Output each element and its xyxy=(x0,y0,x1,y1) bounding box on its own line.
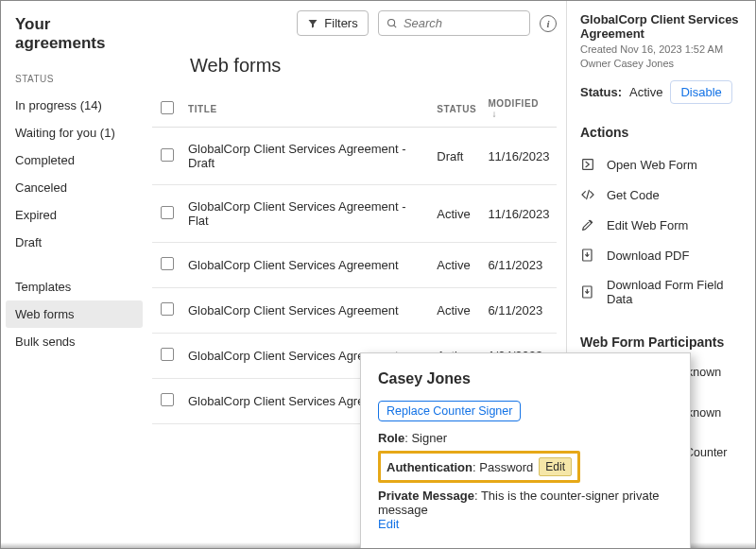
action-label: Download PDF xyxy=(607,249,689,263)
auth-label: Authentication xyxy=(387,460,472,474)
row-title: GlobalCorp Client Services Agreement xyxy=(182,288,431,334)
row-checkbox[interactable] xyxy=(161,348,174,361)
main-content: Filters i Web forms TITLE STATUS MODIFIE… xyxy=(143,1,566,548)
row-checkbox[interactable] xyxy=(161,148,174,162)
sidebar: Your agreements STATUS In progress (14)W… xyxy=(1,1,143,548)
row-title: GlobalCorp Client Services Agreement xyxy=(182,243,431,288)
row-modified: 6/11/2023 xyxy=(482,288,557,334)
pm-label: Private Message xyxy=(378,489,474,503)
action-item[interactable]: Edit Web Form xyxy=(580,210,746,240)
auth-value: Password xyxy=(479,460,533,474)
status-value: Active xyxy=(629,85,662,99)
row-status: Active xyxy=(431,185,482,243)
participant-popover: Casey Jones Replace Counter Signer Role:… xyxy=(360,352,691,549)
detail-created: Created Nov 16, 2023 1:52 AM xyxy=(580,43,746,55)
table-row[interactable]: GlobalCorp Client Services AgreementActi… xyxy=(152,288,557,334)
select-all-checkbox[interactable] xyxy=(161,101,174,114)
role-label: Role xyxy=(378,431,404,445)
col-modified[interactable]: MODIFIED ↓ xyxy=(482,91,557,128)
participants-heading: Web Form Participants xyxy=(580,335,746,350)
sidebar-item[interactable]: Draft xyxy=(15,229,143,256)
row-status: Draft xyxy=(431,128,482,185)
status-label: Status: xyxy=(580,85,622,99)
replace-counter-signer-button[interactable]: Replace Counter Signer xyxy=(378,401,521,421)
detail-owner: Owner Casey Jones xyxy=(580,58,746,69)
section-title: Web forms xyxy=(190,55,557,77)
row-checkbox[interactable] xyxy=(161,393,174,406)
table-row[interactable]: GlobalCorp Client Services Agreement - F… xyxy=(152,185,557,243)
sidebar-item[interactable]: Canceled xyxy=(15,174,143,201)
action-label: Get Code xyxy=(607,188,660,202)
sidebar-item[interactable]: Bulk sends xyxy=(15,328,143,355)
detail-title: GlobalCorp Client Services Agreement xyxy=(580,12,746,41)
action-item[interactable]: Open Web Form xyxy=(580,149,746,180)
svg-rect-2 xyxy=(583,160,593,170)
popover-name: Casey Jones xyxy=(378,370,673,387)
filter-icon xyxy=(307,18,318,29)
action-item[interactable]: Download Form Field Data xyxy=(580,270,746,314)
row-checkbox[interactable] xyxy=(161,302,174,316)
status-heading: STATUS xyxy=(15,74,143,84)
sidebar-item[interactable]: Templates xyxy=(15,273,143,300)
filters-label: Filters xyxy=(324,16,357,30)
page-title: Your agreements xyxy=(15,15,143,53)
action-label: Edit Web Form xyxy=(607,218,688,232)
auth-highlight: Authentication: Password Edit xyxy=(378,451,580,483)
table-row[interactable]: GlobalCorp Client Services AgreementActi… xyxy=(152,243,557,288)
sidebar-item[interactable]: Web forms xyxy=(6,300,143,328)
actions-heading: Actions xyxy=(580,125,746,140)
row-modified: 6/11/2023 xyxy=(482,243,557,288)
table-row[interactable]: GlobalCorp Client Services Agreement - D… xyxy=(152,128,557,185)
sidebar-item[interactable]: In progress (14) xyxy=(15,92,143,119)
search-field[interactable] xyxy=(378,10,530,36)
row-checkbox[interactable] xyxy=(161,206,174,219)
row-status: Active xyxy=(431,243,482,288)
action-item[interactable]: Get Code xyxy=(580,180,746,210)
sort-desc-icon: ↓ xyxy=(491,109,497,119)
search-icon xyxy=(387,17,398,30)
filters-button[interactable]: Filters xyxy=(297,10,368,36)
row-title: GlobalCorp Client Services Agreement - F… xyxy=(182,185,431,243)
row-title: GlobalCorp Client Services Agreement - D… xyxy=(182,128,431,185)
auth-edit-button[interactable]: Edit xyxy=(539,457,572,476)
search-input[interactable] xyxy=(404,16,522,30)
row-modified: 11/16/2023 xyxy=(482,185,557,243)
action-item[interactable]: Download PDF xyxy=(580,240,746,270)
sidebar-item[interactable]: Completed xyxy=(15,146,143,174)
sidebar-item[interactable]: Waiting for you (1) xyxy=(15,119,143,146)
svg-line-1 xyxy=(393,25,396,27)
row-modified: 11/16/2023 xyxy=(482,128,557,185)
row-checkbox[interactable] xyxy=(161,257,174,270)
sidebar-item[interactable]: Expired xyxy=(15,201,143,229)
disable-button[interactable]: Disable xyxy=(670,80,731,104)
action-label: Download Form Field Data xyxy=(607,278,746,306)
col-status[interactable]: STATUS xyxy=(431,91,482,128)
action-label: Open Web Form xyxy=(607,158,697,172)
row-status: Active xyxy=(431,288,482,334)
svg-point-0 xyxy=(387,19,394,26)
role-value: Signer xyxy=(411,431,447,445)
pm-edit-link[interactable]: Edit xyxy=(378,517,399,531)
info-icon[interactable]: i xyxy=(540,15,557,32)
col-title[interactable]: TITLE xyxy=(182,91,431,128)
